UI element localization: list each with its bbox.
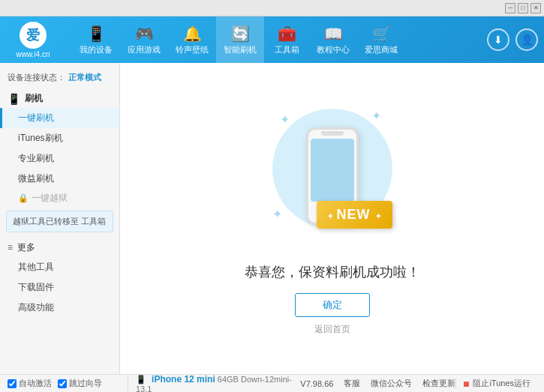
stop-itunes-label: 阻止iTunes运行 (473, 378, 530, 389)
flash-section-icon: 📱 (8, 93, 20, 105)
toolbox-label: 工具箱 (275, 44, 299, 55)
stop-itunes[interactable]: ⏹ 阻止iTunes运行 (455, 378, 536, 389)
device-name: iPhone 12 mini (152, 374, 215, 385)
nav-my-device[interactable]: 📱 我的设备 (72, 16, 120, 63)
status-label: 设备连接状态： (8, 72, 65, 83)
jailbreak-info-text: 越狱工具已转移至 工具箱 (13, 217, 106, 226)
one-click-flash-label: 一键刷机 (18, 112, 54, 123)
more-section-label: 更多 (17, 241, 35, 254)
more-section-icon: ≡ (8, 242, 13, 253)
go-home-link[interactable]: 返回首页 (314, 323, 350, 336)
stop-itunes-icon: ⏹ (462, 379, 470, 388)
download-firmware-label: 下载固件 (18, 282, 54, 292)
flash-section-header: 📱 刷机 (0, 89, 119, 108)
sidebar-item-micro-flash[interactable]: 微益刷机 (0, 169, 119, 189)
sidebar-item-jailbreak: 🔒 一键越狱 (0, 189, 119, 208)
sparkle-2: ✦ (371, 109, 381, 123)
smart-flash-label: 智能刷机 (224, 44, 257, 55)
header: 爱 www.i4.cn 📱 我的设备 🎮 应用游戏 🔔 铃声壁纸 🔄 智能刷机 … (0, 16, 544, 63)
store-icon: 🛒 (372, 25, 391, 43)
header-right: ⬇ 👤 (487, 28, 538, 51)
nav-store[interactable]: 🛒 爱思商城 (357, 16, 405, 63)
phone-screen (311, 139, 354, 202)
skip-wizard-label: 跳过向导 (69, 378, 102, 389)
more-section: ≡ 更多 其他工具 下载固件 高级功能 (0, 238, 119, 318)
nav-tutorial[interactable]: 📖 教程中心 (309, 16, 357, 63)
main-area: 设备连接状态： 正常模式 📱 刷机 一键刷机 iTunes刷机 专业刷机 微益刷… (0, 63, 544, 374)
logo-url: www.i4.cn (16, 50, 50, 58)
tutorial-icon: 📖 (324, 25, 343, 43)
sparkle-3: ✦ (272, 207, 282, 221)
other-tools-label: 其他工具 (18, 262, 54, 272)
check-update-link[interactable]: 检查更新 (422, 378, 455, 389)
sidebar-item-itunes-flash[interactable]: iTunes刷机 (0, 128, 119, 148)
phone-illustration: ✦ ✦ ✦ NEW (265, 101, 400, 251)
lock-icon: 🔒 (18, 193, 29, 203)
customer-service-link[interactable]: 客服 (344, 378, 360, 389)
new-badge-text: NEW (336, 207, 370, 222)
apps-games-label: 应用游戏 (128, 44, 161, 55)
download-button[interactable]: ⬇ (487, 28, 509, 51)
skip-wizard-checkbox[interactable]: 跳过向导 (58, 378, 102, 389)
status-value: 正常模式 (68, 72, 101, 83)
auto-connect-checkbox[interactable]: 自动激活 (8, 378, 52, 389)
logo-icon: 爱 (20, 22, 47, 49)
sidebar-item-other-tools[interactable]: 其他工具 (0, 257, 119, 277)
logo[interactable]: 爱 www.i4.cn (6, 22, 60, 58)
nav-apps-games[interactable]: 🎮 应用游戏 (120, 16, 168, 63)
restore-button[interactable]: □ (518, 3, 528, 13)
jailbreak-info-box: 越狱工具已转移至 工具箱 (6, 211, 113, 232)
sidebar: 设备连接状态： 正常模式 📱 刷机 一键刷机 iTunes刷机 专业刷机 微益刷… (0, 63, 120, 374)
sparkle-1: ✦ (280, 112, 290, 127)
apps-games-icon: 🎮 (135, 25, 154, 43)
advanced-label: 高级功能 (18, 302, 54, 313)
smart-flash-icon: 🔄 (231, 25, 250, 43)
confirm-button[interactable]: 确定 (295, 293, 370, 317)
micro-flash-label: 微益刷机 (18, 173, 54, 184)
nav-toolbox[interactable]: 🧰 工具箱 (264, 16, 309, 63)
skip-wizard-input[interactable] (58, 379, 67, 388)
user-button[interactable]: 👤 (515, 28, 538, 51)
store-label: 爱思商城 (365, 44, 398, 55)
version-label: V7.98.66 (300, 379, 333, 388)
more-section-header: ≡ 更多 (0, 238, 119, 257)
window-controls: ─ □ ✕ (505, 3, 541, 13)
title-bar: ─ □ ✕ (0, 0, 544, 16)
phone-notch (321, 131, 344, 136)
my-device-label: 我的设备 (80, 44, 113, 55)
new-badge: NEW (317, 201, 392, 229)
ringtones-label: 铃声壁纸 (176, 44, 209, 55)
device-info: 📱 iPhone 12 mini 64GB Down-12mini-13.1 (128, 373, 300, 393)
sidebar-item-advanced[interactable]: 高级功能 (0, 298, 119, 318)
my-device-icon: 📱 (87, 25, 106, 43)
ringtones-icon: 🔔 (183, 25, 202, 43)
wechat-link[interactable]: 微信公众号 (371, 378, 412, 389)
sidebar-item-one-click-flash[interactable]: 一键刷机 (0, 108, 119, 128)
bottom-right: V7.98.66 客服 微信公众号 检查更新 (300, 378, 455, 389)
bottom-bar: 自动激活 跳过向导 📱 iPhone 12 mini 64GB Down-12m… (0, 374, 544, 392)
minimize-button[interactable]: ─ (505, 3, 515, 13)
device-phone-icon: 📱 (136, 375, 146, 384)
flash-section-label: 刷机 (25, 92, 43, 105)
nav-smart-flash[interactable]: 🔄 智能刷机 (216, 16, 264, 63)
sidebar-item-pro-flash[interactable]: 专业刷机 (0, 148, 119, 169)
tutorial-label: 教程中心 (317, 44, 350, 55)
toolbox-icon: 🧰 (278, 25, 296, 43)
close-button[interactable]: ✕ (530, 3, 541, 13)
itunes-flash-label: iTunes刷机 (18, 133, 63, 143)
device-storage: 64GB (218, 375, 239, 384)
flash-section: 📱 刷机 一键刷机 iTunes刷机 专业刷机 微益刷机 🔒 一键越狱 越狱工具… (0, 89, 119, 235)
success-text: 恭喜您，保资料刷机成功啦！ (245, 263, 420, 281)
sidebar-item-download-firmware[interactable]: 下载固件 (0, 277, 119, 298)
status-bar: 设备连接状态： 正常模式 (0, 69, 119, 86)
auto-connect-label: 自动激活 (19, 378, 52, 389)
jailbreak-label: 一键越狱 (32, 192, 68, 205)
bottom-left: 自动激活 跳过向导 (8, 378, 128, 389)
nav-bar: 📱 我的设备 🎮 应用游戏 🔔 铃声壁纸 🔄 智能刷机 🧰 工具箱 📖 教程中心… (72, 16, 487, 63)
content-area: ✦ ✦ ✦ NEW 恭喜您，保资料刷机成功啦！ 确定 返回首页 (120, 63, 544, 374)
nav-ringtones[interactable]: 🔔 铃声壁纸 (168, 16, 216, 63)
pro-flash-label: 专业刷机 (18, 153, 54, 163)
auto-connect-input[interactable] (8, 379, 17, 388)
